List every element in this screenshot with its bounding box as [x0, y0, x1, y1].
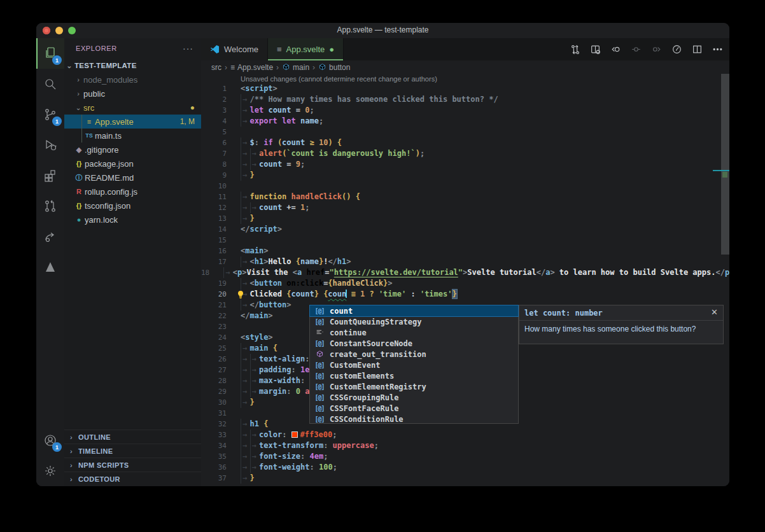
indent-guide [81, 115, 82, 129]
tree-item--gitignore[interactable]: ◆.gitignore [64, 143, 201, 157]
suggest-label: count [330, 307, 353, 316]
code-line-33[interactable]: 33→→color: #ff3e00; [201, 430, 720, 440]
code-line-34[interactable]: 34→→text-transform: uppercase; [201, 440, 720, 451]
lightbulb-icon[interactable] [235, 290, 246, 300]
suggest-item-continue[interactable]: continue [310, 327, 518, 338]
code-editor[interactable]: Unsaved changes (cannot determine recent… [201, 74, 729, 486]
code-line-17[interactable]: 17→<h1>Hello {name}!</h1> [201, 256, 720, 267]
line-number: 16 [201, 246, 227, 256]
indent-whitespace-arrow: → [241, 300, 250, 311]
breadcrumb-item-main[interactable]: main [282, 63, 309, 72]
activity-search[interactable] [36, 69, 64, 99]
code-line-8[interactable]: 8→→count = 9; [201, 159, 720, 170]
tour-previous-button[interactable] [608, 43, 622, 57]
code-line-20[interactable]: 20→Clicked {count} {coun ≡ 1 ? 'time' : … [201, 289, 720, 300]
activity-accounts[interactable]: 1 [36, 425, 64, 456]
module-cube-icon [316, 350, 324, 358]
line-number: 8 [201, 159, 227, 170]
code-line-35[interactable]: 35→→font-size: 4em; [201, 451, 720, 462]
activity-extensions[interactable] [36, 160, 64, 191]
code-line-3[interactable]: 3→let count = 0; [201, 105, 720, 116]
more-actions-button[interactable] [710, 43, 724, 57]
code-line-6[interactable]: 6→$: if (count ≥ 10) { [201, 137, 720, 148]
breadcrumb-item-app-svelte[interactable]: ≡App.svelte [230, 63, 273, 72]
tab-app-svelte[interactable]: ≡App.svelte● [268, 38, 344, 60]
start-tour-button[interactable] [670, 43, 684, 57]
tree-item-src[interactable]: ⌄src● [64, 101, 201, 115]
code-line-5[interactable]: 5 [201, 127, 720, 137]
sidebar-section-codetour[interactable]: ›CODETOUR [64, 472, 201, 486]
code-line-12[interactable]: 12→→count += 1; [201, 202, 720, 213]
code-line-2[interactable]: 2→/** How many times has someone clicked… [201, 94, 720, 105]
sidebar-section-npm-scripts[interactable]: ›NPM SCRIPTS [64, 458, 201, 472]
title-bar[interactable]: App.svelte — test-template [36, 23, 729, 38]
code-line-10[interactable]: 10 [201, 181, 720, 192]
suggest-item-create_out_transition[interactable]: create_out_transition [310, 349, 518, 360]
tree-item-rollup-config-js[interactable]: Rrollup.config.js [64, 185, 201, 199]
line-number: 22 [201, 311, 227, 321]
tree-item-package-json[interactable]: {}package.json [64, 157, 201, 171]
suggest-item-customelements[interactable]: [@]customElements [310, 370, 518, 381]
code-line-13[interactable]: 13→} [201, 213, 720, 224]
tree-item-readme-md[interactable]: ⓘREADME.md [64, 171, 201, 185]
tree-root-folder[interactable]: ⌄ TEST-TEMPLATE [64, 59, 201, 73]
tree-item-public[interactable]: ›public [64, 87, 201, 101]
code-line-37[interactable]: 37→} [201, 473, 720, 484]
code-line-7[interactable]: 7→→alert(`count is dangerously high!`); [201, 148, 720, 159]
suggest-item-cssgroupingrule[interactable]: [@]CSSGroupingRule [310, 392, 518, 403]
tab-welcome[interactable]: Welcome [201, 38, 268, 60]
sidebar-section-outline[interactable]: ›OUTLINE [64, 430, 201, 444]
suggest-item-cssfontfacerule[interactable]: [@]CSSFontFaceRule [310, 403, 518, 414]
symbol-module-icon [312, 350, 326, 358]
suggest-item-countqueuingstrategy[interactable]: [@]CountQueuingStrategy [310, 316, 518, 327]
close-icon[interactable]: ✕ [711, 307, 718, 317]
suggest-item-customevent[interactable]: [@]CustomEvent [310, 360, 518, 370]
color-swatch[interactable] [291, 431, 298, 438]
suggest-item-cssconditionrule[interactable]: [@]CSSConditionRule [310, 414, 518, 424]
activity-settings-gear[interactable] [36, 456, 64, 486]
codelens-blame[interactable]: Unsaved changes (cannot determine recent… [241, 75, 437, 83]
activity-github-pr[interactable] [36, 191, 64, 221]
activity-run-debug[interactable] [36, 130, 64, 160]
symbol-variable-icon: [@] [312, 416, 326, 423]
breadcrumb-item-button[interactable]: button [318, 63, 350, 72]
open-preview-button[interactable] [588, 43, 602, 57]
settings-gear-icon [43, 463, 58, 479]
code-line-19[interactable]: 19→<button on:click={handleClick}> [201, 278, 720, 289]
tour-next-button[interactable] [649, 43, 663, 57]
symbol-variable-icon: [@] [312, 361, 326, 368]
activity-source-control[interactable]: 1 [36, 99, 64, 130]
code-line-14[interactable]: 14</script> [201, 224, 720, 235]
code-line-4[interactable]: 4→export let name; [201, 116, 720, 127]
activity-azure[interactable] [36, 252, 64, 283]
code-line-1[interactable]: 1<script> [201, 83, 720, 94]
indent-whitespace-arrow: → [250, 354, 260, 365]
line-number: 31 [201, 408, 227, 419]
code-line-11[interactable]: 11→function handleClick() { [201, 192, 720, 202]
chevron-right-icon: › [64, 475, 78, 483]
code-line-15[interactable]: 15 [201, 235, 720, 246]
suggest-item-count[interactable]: [@]count [310, 305, 518, 316]
tour-step-button[interactable] [629, 43, 643, 57]
tree-item-main-ts[interactable]: TSmain.ts [64, 129, 201, 143]
activity-live-share[interactable] [36, 221, 64, 252]
tree-item-node-modules[interactable]: ›node_modules [64, 73, 201, 87]
editor-scrollbar[interactable] [721, 74, 729, 255]
suggest-item-constantsourcenode[interactable]: [@]ConstantSourceNode [310, 338, 518, 349]
tree-item-app-svelte[interactable]: ≡App.svelte1, M [64, 115, 201, 129]
tree-item-tsconfig-json[interactable]: {}tsconfig.json [64, 199, 201, 213]
explorer-more-actions-icon[interactable]: ··· [183, 43, 193, 53]
code-line-36[interactable]: 36→→font-weight: 100; [201, 462, 720, 473]
code-line-18[interactable]: 18→<p>Visit the <a href="https://svelte.… [201, 267, 720, 278]
tree-item-yarn-lock[interactable]: ●yarn.lock [64, 213, 201, 227]
compare-changes-button[interactable] [568, 43, 582, 57]
code-line-9[interactable]: 9→} [201, 170, 720, 181]
sidebar-section-timeline[interactable]: ›TIMELINE [64, 444, 201, 458]
split-editor-button[interactable] [690, 43, 704, 57]
indent-whitespace-arrow: → [241, 94, 250, 105]
activity-explorer[interactable]: 1 [36, 38, 64, 69]
breadcrumb-item-src[interactable]: src [211, 63, 221, 72]
unsaved-dot-icon[interactable]: ● [329, 45, 334, 54]
suggest-item-customelementregistry[interactable]: [@]CustomElementRegistry [310, 381, 518, 392]
code-line-16[interactable]: 16<main> [201, 246, 720, 256]
